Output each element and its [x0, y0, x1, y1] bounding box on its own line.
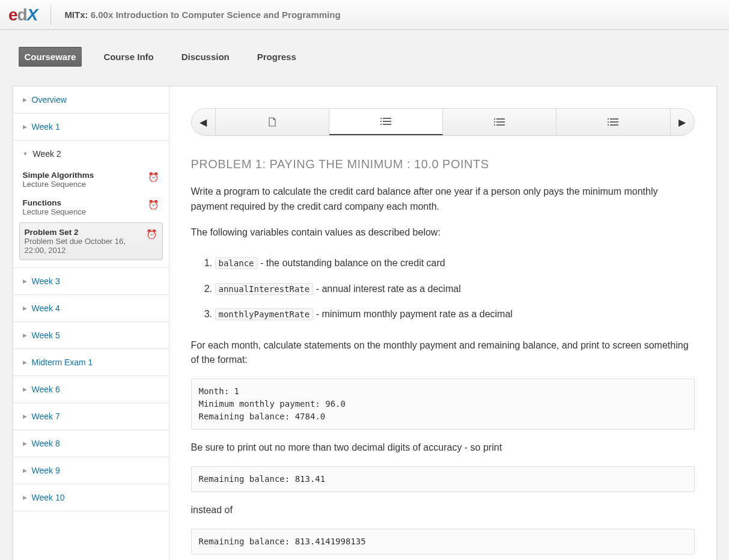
- sidebar-item-week-9: ▶Week 9: [13, 457, 169, 484]
- seq-tab-3[interactable]: [443, 109, 557, 135]
- problem-title: PROBLEM 1: PAYING THE MINIMUM : 10.0 POI…: [191, 157, 695, 171]
- seq-next-button[interactable]: ▶: [670, 109, 694, 135]
- chevron-right-icon: ▶: [23, 386, 27, 392]
- sidebar-header[interactable]: ▶Week 5: [13, 322, 169, 348]
- subsection-functions[interactable]: FunctionsLecture Sequence⏰: [19, 195, 163, 222]
- chevron-right-icon: ▶: [23, 332, 27, 338]
- svg-rect-8: [494, 121, 495, 123]
- arrow-right-icon: ▶: [679, 117, 686, 128]
- variable-desc: - the outstanding balance on the credit …: [258, 258, 445, 268]
- vars-intro: The following variables contain values a…: [191, 225, 695, 240]
- seq-tab-2[interactable]: [329, 109, 443, 135]
- sidebar-header[interactable]: ▶Week 9: [13, 457, 169, 484]
- chevron-right-icon: ▶: [23, 278, 27, 284]
- page-icon: [268, 117, 276, 127]
- clock-icon: ⏰: [148, 199, 159, 210]
- svg-rect-11: [496, 124, 505, 126]
- sidebar-header[interactable]: ▶Midterm Exam 1: [13, 349, 169, 376]
- svg-rect-17: [610, 124, 618, 126]
- svg-rect-16: [608, 124, 609, 126]
- precision-note: Be sure to print out no more than two de…: [191, 440, 695, 455]
- sidebar-item-label: Midterm Exam 1: [32, 358, 93, 367]
- chevron-right-icon: ▶: [23, 305, 27, 311]
- clock-icon: ⏰: [146, 229, 157, 240]
- code-example-2: Remaining balance: 813.41: [191, 466, 695, 492]
- sidebar-item-week-10: ▶Week 10: [13, 484, 169, 511]
- chevron-right-icon: ▶: [23, 413, 27, 419]
- sidebar-item-label: Week 7: [32, 412, 60, 421]
- sidebar-item-label: Week 6: [32, 385, 60, 394]
- sidebar-header[interactable]: ▶Week 8: [13, 430, 169, 457]
- svg-rect-0: [380, 118, 382, 119]
- variable-item: annualInterestRate - annual interest rat…: [215, 276, 695, 302]
- variable-name: monthlyPaymentRate: [215, 308, 314, 320]
- sidebar-header[interactable]: ▶Week 6: [13, 376, 169, 403]
- chevron-right-icon: ▶: [23, 495, 27, 501]
- top-bar: edX MITx: 6.00x Introduction to Computer…: [0, 0, 729, 30]
- chevron-right-icon: ▶: [23, 467, 27, 473]
- logo-x: X: [27, 5, 38, 24]
- svg-rect-2: [380, 121, 382, 122]
- sidebar-header[interactable]: ▶Week 7: [13, 403, 169, 430]
- arrow-left-icon: ◀: [200, 117, 207, 128]
- sidebar-header[interactable]: ▼Week 2: [13, 141, 169, 167]
- sidebar-item-overview: ▶Overview: [13, 87, 169, 114]
- main-content: ◀ ▶ PROBLEM 1: PAYING THE MINIMUM : 10.0…: [169, 87, 716, 560]
- svg-rect-6: [494, 118, 495, 120]
- sidebar-item-label: Week 4: [32, 303, 60, 313]
- tab-courseware[interactable]: Courseware: [19, 47, 82, 67]
- svg-rect-9: [496, 121, 505, 123]
- variable-list: balance - the outstanding balance on the…: [215, 251, 695, 327]
- sidebar-item-label: Week 1: [32, 122, 60, 132]
- sidebar-item-week-5: ▶Week 5: [13, 322, 169, 349]
- divider: [50, 5, 51, 25]
- tab-course-info[interactable]: Course Info: [97, 47, 159, 67]
- svg-rect-1: [383, 118, 391, 119]
- sidebar-item-label: Overview: [32, 95, 67, 105]
- seq-tab-4[interactable]: [557, 109, 670, 135]
- sidebar-header[interactable]: ▶Week 1: [13, 114, 169, 140]
- sidebar-item-label: Week 5: [32, 330, 60, 340]
- sidebar-item-week-3: ▶Week 3: [13, 268, 169, 295]
- course-title: MITx: 6.00x Introduction to Computer Sci…: [64, 10, 340, 20]
- nav-tabs: CoursewareCourse InfoDiscussionProgress: [13, 47, 717, 67]
- loop-desc: For each month, calculate statements on …: [191, 338, 695, 368]
- sidebar-header[interactable]: ▶Week 3: [13, 268, 169, 294]
- sidebar-item-week-7: ▶Week 7: [13, 403, 169, 430]
- variable-item: balance - the outstanding balance on the…: [215, 251, 695, 276]
- sidebar-header[interactable]: ▶Week 10: [13, 484, 169, 511]
- sidebar-header[interactable]: ▶Week 4: [13, 295, 169, 321]
- subsection-title: Problem Set 2: [25, 228, 142, 237]
- code-example-3: Remaining balance: 813.4141998135: [191, 529, 695, 555]
- subsection-subtitle: Lecture Sequence: [23, 207, 144, 216]
- problem-body: Write a program to calculate the credit …: [191, 184, 695, 555]
- chevron-right-icon: ▶: [23, 440, 27, 446]
- edx-logo[interactable]: edX: [8, 5, 37, 25]
- sidebar-item-label: Week 9: [32, 466, 60, 475]
- subsection-subtitle: Problem Set due October 16, 22:00, 2012: [25, 237, 142, 255]
- sidebar-header[interactable]: ▶Overview: [13, 87, 169, 113]
- seq-prev-button[interactable]: ◀: [192, 109, 216, 135]
- svg-rect-3: [383, 121, 391, 122]
- chevron-right-icon: ▶: [23, 97, 27, 103]
- tab-progress[interactable]: Progress: [251, 47, 302, 67]
- course-prefix: MITx:: [64, 10, 88, 20]
- sidebar-item-week-4: ▶Week 4: [13, 295, 169, 322]
- sidebar-item-label: Week 3: [32, 276, 60, 286]
- list-icon: [494, 118, 505, 126]
- svg-rect-4: [380, 124, 382, 125]
- logo-e: e: [8, 5, 17, 24]
- subsection-simple-algorithms[interactable]: Simple AlgorithmsLecture Sequence⏰: [19, 167, 163, 195]
- chevron-down-icon: ▼: [23, 151, 28, 157]
- tab-discussion[interactable]: Discussion: [175, 47, 236, 67]
- sidebar-item-label: Week 8: [32, 439, 60, 448]
- variable-desc: - annual interest rate as a decimal: [313, 284, 460, 294]
- svg-rect-14: [608, 121, 609, 123]
- course-name: 6.00x Introduction to Computer Science a…: [91, 10, 341, 20]
- sidebar-item-week-6: ▶Week 6: [13, 376, 169, 403]
- seq-tab-1[interactable]: [216, 109, 329, 135]
- chevron-right-icon: ▶: [23, 124, 27, 130]
- logo-d: d: [17, 5, 27, 24]
- subsection-problem-set-2[interactable]: Problem Set 2Problem Set due October 16,…: [19, 222, 163, 260]
- sidebar-item-week-1: ▶Week 1: [13, 114, 169, 141]
